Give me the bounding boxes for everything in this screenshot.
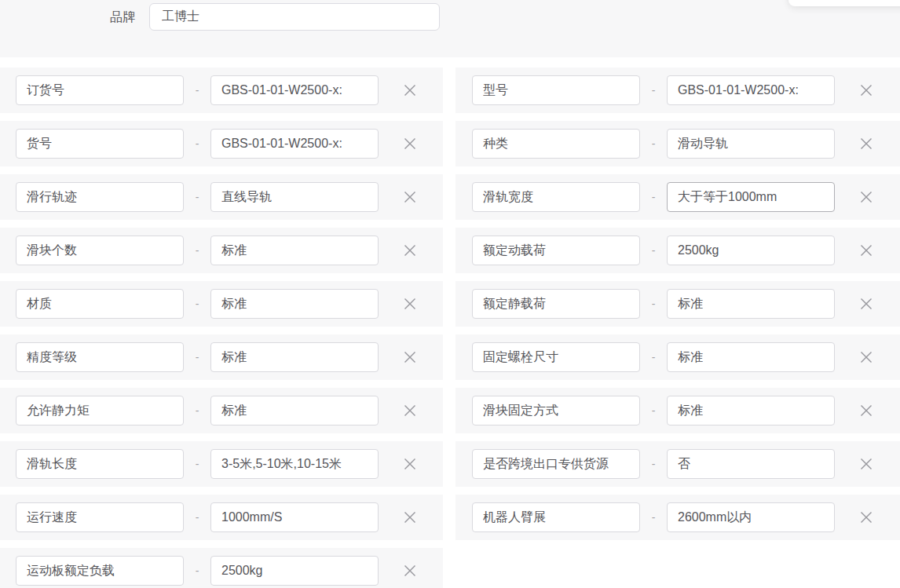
attribute-key-input[interactable] bbox=[16, 236, 184, 265]
attribute-key-input[interactable] bbox=[16, 449, 184, 479]
page-root: { "brand": { "label": "品牌", "value": "工博… bbox=[0, 0, 900, 588]
attribute-value-input[interactable] bbox=[210, 289, 379, 319]
remove-attribute-button[interactable] bbox=[856, 400, 876, 421]
attribute-cell: - bbox=[0, 174, 443, 220]
key-value-separator: - bbox=[640, 298, 667, 310]
key-value-separator: - bbox=[640, 244, 667, 257]
attribute-cell: - bbox=[455, 121, 900, 166]
close-icon bbox=[858, 296, 874, 312]
attribute-key-input[interactable] bbox=[16, 129, 184, 159]
key-value-separator: - bbox=[640, 458, 667, 470]
attribute-value-input[interactable] bbox=[210, 236, 379, 265]
attribute-key-input[interactable] bbox=[472, 342, 640, 372]
key-value-separator: - bbox=[184, 191, 210, 203]
attribute-key-input[interactable] bbox=[472, 396, 640, 425]
attribute-cell: - bbox=[0, 441, 443, 487]
brand-input[interactable] bbox=[149, 3, 440, 31]
attribute-cell: - bbox=[455, 334, 900, 380]
attribute-value-input[interactable] bbox=[667, 75, 835, 105]
remove-attribute-button[interactable] bbox=[400, 507, 420, 528]
attribute-key-input[interactable] bbox=[16, 396, 184, 425]
close-icon bbox=[402, 509, 418, 525]
attribute-key-input[interactable] bbox=[16, 182, 184, 212]
attribute-key-input[interactable] bbox=[472, 289, 640, 319]
remove-attribute-button[interactable] bbox=[856, 507, 876, 528]
remove-attribute-button[interactable] bbox=[856, 347, 876, 367]
attribute-key-input[interactable] bbox=[472, 182, 640, 212]
attribute-row: - - bbox=[0, 121, 900, 166]
attribute-cell: - bbox=[0, 68, 443, 113]
remove-attribute-button[interactable] bbox=[856, 294, 876, 314]
floating-card-fragment bbox=[788, 0, 900, 6]
attribute-value-input[interactable] bbox=[667, 182, 835, 212]
attribute-cell bbox=[455, 548, 900, 588]
close-icon bbox=[858, 349, 874, 365]
remove-attribute-button[interactable] bbox=[856, 187, 876, 207]
attribute-key-input[interactable] bbox=[472, 502, 640, 532]
attribute-cell: - bbox=[455, 281, 900, 327]
attribute-row: - - bbox=[0, 228, 900, 273]
attribute-rows: - - - bbox=[0, 68, 900, 588]
attribute-cell: - bbox=[0, 228, 443, 273]
attribute-value-input[interactable] bbox=[210, 182, 379, 212]
attribute-value-input[interactable] bbox=[667, 342, 835, 372]
remove-attribute-button[interactable] bbox=[856, 133, 876, 154]
attribute-cell: - bbox=[455, 441, 900, 487]
key-value-separator: - bbox=[184, 404, 210, 417]
key-value-separator: - bbox=[640, 404, 667, 417]
attribute-row: - - bbox=[0, 334, 900, 380]
remove-attribute-button[interactable] bbox=[400, 187, 420, 207]
remove-attribute-button[interactable] bbox=[400, 561, 420, 581]
key-value-separator: - bbox=[184, 298, 210, 310]
attribute-value-input[interactable] bbox=[210, 129, 379, 159]
attribute-value-input[interactable] bbox=[210, 502, 379, 532]
remove-attribute-button[interactable] bbox=[400, 80, 420, 100]
close-icon bbox=[858, 509, 874, 525]
attribute-value-input[interactable] bbox=[667, 129, 835, 159]
remove-attribute-button[interactable] bbox=[400, 400, 420, 421]
key-value-separator: - bbox=[184, 351, 210, 363]
attribute-key-input[interactable] bbox=[16, 502, 184, 532]
attribute-row: - - bbox=[0, 68, 900, 113]
attribute-key-input[interactable] bbox=[16, 75, 184, 105]
remove-attribute-button[interactable] bbox=[856, 80, 876, 100]
attribute-value-input[interactable] bbox=[210, 396, 379, 425]
remove-attribute-button[interactable] bbox=[400, 347, 420, 367]
attribute-key-input[interactable] bbox=[472, 75, 640, 105]
key-value-separator: - bbox=[184, 244, 210, 257]
attribute-value-input[interactable] bbox=[667, 236, 835, 265]
close-icon bbox=[858, 456, 874, 472]
attribute-value-input[interactable] bbox=[210, 556, 379, 586]
attribute-value-input[interactable] bbox=[667, 449, 835, 479]
remove-attribute-button[interactable] bbox=[400, 240, 420, 261]
brand-label: 品牌 bbox=[110, 9, 135, 26]
attribute-row: - - bbox=[0, 495, 900, 540]
attribute-value-input[interactable] bbox=[667, 502, 835, 532]
remove-attribute-button[interactable] bbox=[856, 240, 876, 261]
remove-attribute-button[interactable] bbox=[400, 454, 420, 474]
attribute-value-input[interactable] bbox=[667, 289, 835, 319]
close-icon bbox=[858, 403, 874, 418]
remove-attribute-button[interactable] bbox=[856, 454, 876, 474]
attribute-cell: - bbox=[0, 281, 443, 327]
attribute-key-input[interactable] bbox=[16, 289, 184, 319]
attribute-key-input[interactable] bbox=[16, 556, 184, 586]
attribute-key-input[interactable] bbox=[16, 342, 184, 372]
key-value-separator: - bbox=[184, 84, 210, 97]
attribute-cell: - bbox=[0, 334, 443, 380]
remove-attribute-button[interactable] bbox=[400, 294, 420, 314]
attribute-value-input[interactable] bbox=[210, 75, 379, 105]
attribute-value-input[interactable] bbox=[210, 449, 379, 479]
attribute-value-input[interactable] bbox=[667, 396, 835, 425]
close-icon bbox=[402, 403, 418, 418]
attribute-key-input[interactable] bbox=[472, 236, 640, 265]
attribute-key-input[interactable] bbox=[472, 129, 640, 159]
key-value-separator: - bbox=[640, 191, 667, 203]
key-value-separator: - bbox=[640, 511, 667, 524]
close-icon bbox=[402, 243, 418, 258]
remove-attribute-button[interactable] bbox=[400, 133, 420, 154]
attribute-value-input[interactable] bbox=[210, 342, 379, 372]
key-value-separator: - bbox=[184, 564, 210, 577]
attribute-key-input[interactable] bbox=[472, 449, 640, 479]
close-icon bbox=[858, 82, 874, 98]
